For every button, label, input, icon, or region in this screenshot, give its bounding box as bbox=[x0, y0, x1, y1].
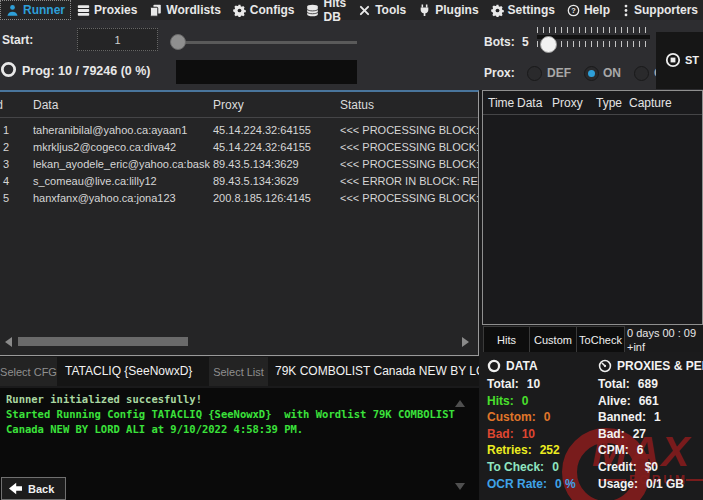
proxy-bad: Bad:27 bbox=[598, 427, 703, 444]
start-button-panel: ST bbox=[656, 32, 703, 89]
config-selection-bar: Select CFG TATACLIQ {SeeNowxD} Select Li… bbox=[0, 357, 479, 386]
runner-icon bbox=[6, 4, 19, 17]
nav-tab-help[interactable]: ? Help bbox=[561, 0, 616, 20]
database-icon bbox=[306, 4, 319, 17]
col-header-data[interactable]: Data bbox=[517, 96, 542, 110]
plug-icon bbox=[418, 4, 431, 17]
record-circle-icon bbox=[665, 52, 681, 68]
prox-radio-def-label[interactable]: DEF bbox=[547, 66, 571, 80]
stat-custom: Custom:0 bbox=[487, 410, 576, 427]
progress-text: Prog: 10 / 79246 (0 %) bbox=[22, 64, 151, 78]
select-list-button[interactable]: Select List bbox=[209, 357, 268, 386]
col-header-status[interactable]: Status bbox=[340, 98, 374, 112]
nav-tab-wordlists[interactable]: Wordlists bbox=[143, 0, 226, 20]
stat-ocr-rate: OCR Rate:0 % bbox=[487, 477, 576, 494]
horizontal-scrollbar[interactable] bbox=[0, 336, 478, 348]
table-row[interactable]: 3 lekan_ayodele_eric@yahoo.ca:baske 89.4… bbox=[0, 156, 478, 173]
tocheck-filter-button[interactable]: ToCheck bbox=[576, 326, 625, 354]
col-header-id[interactable]: Id bbox=[0, 98, 3, 112]
ring-icon bbox=[487, 359, 501, 373]
nav-tab-plugins[interactable]: Plugins bbox=[412, 0, 484, 20]
table-row[interactable]: 2 mkrkljus2@cogeco.ca:diva42 45.14.224.3… bbox=[0, 139, 478, 156]
svg-text:?: ? bbox=[571, 6, 576, 15]
bots-slider-thumb[interactable] bbox=[540, 36, 557, 53]
gear-icon bbox=[233, 4, 246, 17]
log-console[interactable]: Runner initialized succesfully! Started … bbox=[0, 388, 479, 500]
prox-label: Prox: bbox=[484, 66, 515, 80]
data-stats-title: DATA bbox=[506, 359, 538, 373]
proxy-cpm: CPM:6 bbox=[598, 443, 703, 460]
bots-slider[interactable] bbox=[537, 27, 650, 47]
gear-icon bbox=[491, 4, 504, 17]
col-header-type[interactable]: Type bbox=[596, 96, 622, 110]
header-divider bbox=[0, 117, 478, 118]
table-row[interactable]: 4 s_comeau@live.ca:lilly12 89.43.5.134:3… bbox=[0, 173, 478, 190]
proxy-credit: Credit:$0 bbox=[598, 460, 703, 477]
data-stats-panel: DATA Total:10 Hits:0 Custom:0 Bad:10 Ret… bbox=[487, 359, 576, 493]
top-menu-bar: Runner Proxies Wordlists Configs Hits DB… bbox=[0, 0, 703, 20]
runner-controls: Start: 1 Prog: 10 / 79246 (0 %) Bots: 5 … bbox=[0, 20, 703, 90]
start-button[interactable]: ST bbox=[665, 52, 699, 68]
stat-tocheck: To Check:0 bbox=[487, 460, 576, 477]
nav-tab-configs[interactable]: Configs bbox=[227, 0, 301, 20]
start-value-input[interactable]: 1 bbox=[77, 28, 158, 51]
proxies-stats-title: PROXIES & PER bbox=[617, 359, 703, 373]
table-row[interactable]: 1 taheranibilal@yahoo.ca:ayaan1 45.14.22… bbox=[0, 122, 478, 139]
back-button[interactable]: Back bbox=[1, 477, 66, 500]
scroll-right-icon[interactable] bbox=[462, 337, 469, 347]
log-line: Runner initialized succesfully! bbox=[6, 392, 473, 407]
proxy-total: Total:689 bbox=[598, 377, 703, 394]
bots-label: Bots: bbox=[484, 35, 515, 49]
prox-radio-on[interactable] bbox=[584, 66, 599, 81]
col-header-capture[interactable]: Capture bbox=[629, 96, 672, 110]
wordlists-icon bbox=[149, 4, 162, 17]
proxy-alive: Alive:661 bbox=[598, 394, 703, 411]
col-header-data[interactable]: Data bbox=[33, 98, 58, 112]
nav-tab-tools[interactable]: Tools bbox=[352, 0, 412, 20]
select-config-button[interactable]: Select CFG bbox=[0, 357, 57, 386]
prox-radio-off[interactable] bbox=[634, 66, 649, 81]
back-arrow-icon bbox=[8, 482, 23, 495]
gauge-icon bbox=[598, 359, 612, 373]
scroll-left-icon[interactable] bbox=[5, 337, 12, 347]
nav-tab-supporters[interactable]: Supporters bbox=[616, 0, 703, 20]
prox-radio-on-label[interactable]: ON bbox=[603, 66, 621, 80]
selected-config-field[interactable]: TATACLIQ {SeeNowxD} bbox=[57, 357, 209, 386]
stat-hits: Hits:0 bbox=[487, 394, 576, 411]
table-row[interactable]: 5 hanxfanx@yahoo.ca:jona123 200.8.185.12… bbox=[0, 190, 478, 207]
help-icon: ? bbox=[567, 4, 580, 17]
vertical-dots-icon bbox=[622, 4, 630, 17]
scrollbar-thumb[interactable] bbox=[18, 337, 188, 346]
checks-rows: 1 taheranibilal@yahoo.ca:ayaan1 45.14.22… bbox=[0, 122, 478, 207]
scroll-up-icon[interactable] bbox=[455, 400, 465, 407]
bots-value: 5 bbox=[522, 35, 529, 49]
col-header-proxy[interactable]: Proxy bbox=[552, 96, 583, 110]
start-slider-thumb[interactable] bbox=[170, 34, 186, 50]
log-line: Canada NEW BY LORD ALI at 9/10/2022 4:58… bbox=[6, 422, 473, 437]
elapsed-time: 0 days 00 : 09 bbox=[627, 327, 703, 339]
slider-ticks-top bbox=[537, 27, 650, 33]
col-header-time[interactable]: Time bbox=[488, 96, 514, 110]
selected-wordlist-field[interactable]: 79K COMBOLIST Canada NEW BY LORD ALI bbox=[268, 357, 479, 386]
scroll-down-icon[interactable] bbox=[455, 483, 465, 490]
nav-tab-runner[interactable]: Runner bbox=[0, 0, 71, 20]
hits-table-panel: Time Data Proxy Type Capture bbox=[482, 90, 703, 325]
header-divider bbox=[483, 114, 702, 115]
start-label: Start: bbox=[2, 33, 33, 47]
stat-bad: Bad:10 bbox=[487, 427, 576, 444]
checks-table-panel: Id Data Proxy Status 1 taheranibilal@yah… bbox=[0, 90, 479, 356]
custom-filter-button[interactable]: Custom bbox=[529, 326, 577, 354]
proxies-icon bbox=[77, 4, 90, 17]
nav-tab-proxies[interactable]: Proxies bbox=[71, 0, 143, 20]
hits-filter-button[interactable]: Hits bbox=[483, 326, 530, 354]
progress-bar bbox=[176, 60, 357, 84]
col-header-proxy[interactable]: Proxy bbox=[213, 98, 244, 112]
stat-total: Total:10 bbox=[487, 377, 576, 394]
proxy-usage: Usage:0/1 GB bbox=[598, 477, 703, 494]
start-slider-track[interactable] bbox=[176, 41, 357, 44]
nav-tab-settings[interactable]: Settings bbox=[485, 0, 561, 20]
log-line: Started Running Config TATACLIQ {SeeNowx… bbox=[6, 407, 473, 422]
nav-tab-hitsdb[interactable]: Hits DB bbox=[300, 0, 352, 20]
prox-radio-def[interactable] bbox=[527, 66, 542, 81]
proxy-banned: Banned:1 bbox=[598, 410, 703, 427]
